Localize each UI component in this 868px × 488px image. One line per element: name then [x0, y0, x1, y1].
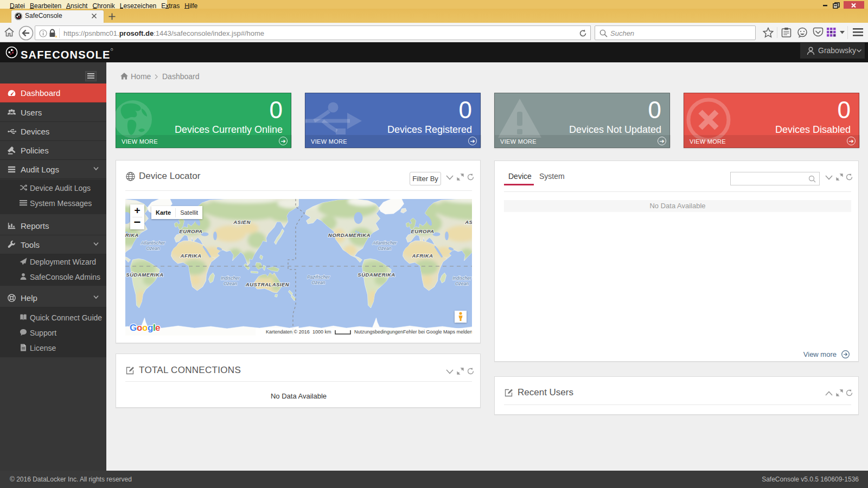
svg-text:g: g [148, 323, 153, 333]
svg-text:G: G [130, 323, 137, 333]
svg-text:o: o [137, 323, 142, 333]
svg-text:o: o [142, 323, 148, 333]
svg-text:e: e [155, 323, 160, 333]
